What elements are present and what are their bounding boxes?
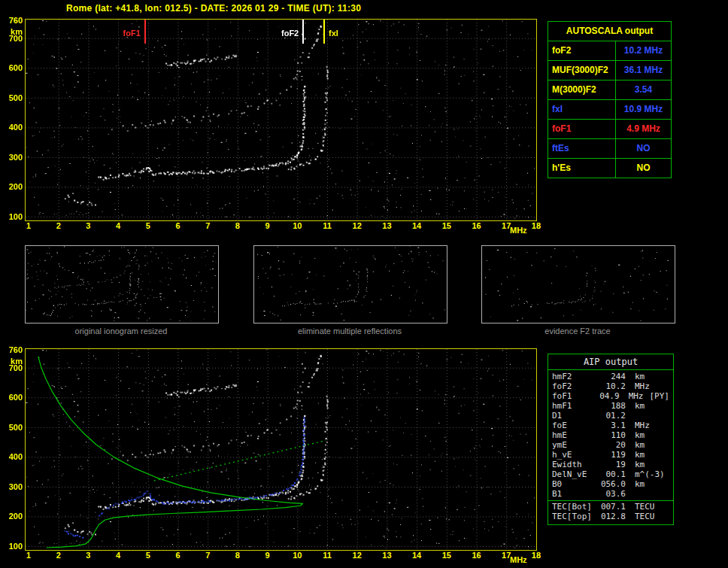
top-ionogram-plot <box>25 19 537 221</box>
y-axis-unit: km <box>2 27 23 36</box>
autoscala-row: fxI10.9 MHz <box>548 100 671 120</box>
autoscala-param: foF2 <box>548 41 616 60</box>
thumbnail-evidence-canvas <box>482 246 673 321</box>
aip-row: B103.6 <box>548 489 673 499</box>
x-tick-label: 8 <box>226 221 249 230</box>
aip-param: foF2 <box>552 381 597 391</box>
y-tick-label: 760 <box>2 16 23 25</box>
aip-param: foF1 <box>552 391 593 401</box>
x-tick-label: 2 <box>47 221 70 230</box>
x-tick-label: 13 <box>375 551 398 560</box>
aip-value: 188 <box>597 401 626 411</box>
aip-param: TEC[Top] <box>552 512 597 521</box>
autoscala-value: 4.9 MHz <box>616 120 671 138</box>
x-tick-label: 11 <box>316 551 338 560</box>
aip-value: 012.8 <box>597 512 626 521</box>
x-tick-label: 12 <box>346 221 369 230</box>
autoscala-row: foF14.9 MHz <box>548 120 671 139</box>
x-tick-label: 13 <box>375 221 398 230</box>
thumbnail-original-ionogram <box>25 245 219 323</box>
x-tick-label: 14 <box>405 221 428 230</box>
x-tick-label: 9 <box>256 551 279 560</box>
x-tick-label: 7 <box>196 221 219 230</box>
aip-param: TEC[Bot] <box>552 502 597 512</box>
x-tick-label: 15 <box>435 221 458 230</box>
aip-unit: TECU <box>635 512 655 521</box>
aip-row: hmF2244km <box>548 372 673 381</box>
aip-tec-rows: TEC[Bot]007.1TECUTEC[Top]012.8TECU <box>548 502 673 521</box>
y-tick-label: 500 <box>2 93 23 102</box>
aip-note: [PY] <box>650 391 670 401</box>
aip-value: 19 <box>597 460 626 469</box>
autoscala-param: h'Es <box>548 159 616 178</box>
x-tick-label: 6 <box>167 221 190 230</box>
bottom-ionogram-plot <box>25 348 537 551</box>
autoscala-value: NO <box>616 159 671 178</box>
aip-param: h_vE <box>552 450 597 460</box>
y-tick-label: 100 <box>2 542 23 551</box>
x-tick-label: 1 <box>17 221 40 230</box>
thumbnail-caption-eliminate: eliminate multiple reflections <box>253 327 446 336</box>
thumbnail-eliminate-canvas <box>254 246 445 321</box>
aip-table-rows: hmF2244kmfoF210.2MHzfoF104.9MHz[PY]hmF11… <box>548 370 673 499</box>
x-tick-label: 10 <box>286 221 308 230</box>
aip-value: 244 <box>597 372 626 381</box>
aip-value: 03.6 <box>597 489 626 499</box>
aip-unit: km <box>635 430 645 440</box>
aip-row: Ewidth19km <box>548 460 673 469</box>
y-axis-unit: km <box>2 357 23 366</box>
thumbnail-caption-evidence: evidence F2 trace <box>481 327 674 336</box>
aip-param: DelN_vE <box>552 469 597 479</box>
station-date-title: Rome (lat: +41.8, lon: 012.5) - DATE: 20… <box>66 3 361 14</box>
autoscala-row: foF210.2 MHz <box>548 41 671 61</box>
x-tick-label: 18 <box>525 551 548 560</box>
y-tick-label: 100 <box>2 212 23 221</box>
aip-param: Ewidth <box>552 460 597 469</box>
marker-line-foF1 <box>144 20 146 44</box>
aip-param: hmF2 <box>552 372 597 381</box>
aip-table-title: AIP output <box>548 354 673 370</box>
aip-table-separator <box>548 500 673 501</box>
y-tick-label: 300 <box>2 482 23 491</box>
aip-unit: TECU <box>635 502 655 512</box>
y-tick-label: 600 <box>2 393 23 402</box>
aip-unit: km <box>635 401 645 411</box>
aip-param: D1 <box>552 411 597 421</box>
marker-label-foF2: foF2 <box>256 29 299 38</box>
x-tick-label: 4 <box>107 221 129 230</box>
bottom-ionogram-canvas <box>26 349 535 548</box>
x-tick-label: 11 <box>316 221 338 230</box>
y-tick-label: 400 <box>2 452 23 461</box>
y-tick-label: 200 <box>2 512 23 521</box>
x-tick-label: 16 <box>466 551 488 560</box>
aip-row: hmF1188km <box>548 401 673 411</box>
x-tick-label: 2 <box>47 551 70 560</box>
x-tick-label: 16 <box>466 221 488 230</box>
aip-row: foE3.1MHz <box>548 421 673 430</box>
x-tick-label: 10 <box>286 551 308 560</box>
autoscala-param: foF1 <box>548 120 616 138</box>
x-tick-label: 3 <box>77 551 99 560</box>
aip-value: 01.2 <box>597 411 626 421</box>
x-tick-label: 3 <box>77 221 99 230</box>
thumbnail-eliminate-reflections <box>253 245 447 323</box>
autoscala-output-table: AUTOSCALA output foF210.2 MHzMUF(3000)F2… <box>548 21 672 178</box>
aip-row: TEC[Top]012.8TECU <box>548 512 673 521</box>
autoscala-param: M(3000)F2 <box>548 80 616 99</box>
autoscala-row: h'EsNO <box>548 159 671 178</box>
aip-unit: MHz <box>635 421 650 430</box>
aip-output-table: AIP output hmF2244kmfoF210.2MHzfoF104.9M… <box>548 354 674 525</box>
y-tick-label: 400 <box>2 123 23 132</box>
aip-value: 04.9 <box>593 391 620 401</box>
aip-unit: MHz <box>629 391 644 401</box>
aip-unit: m^(-3) <box>635 469 665 479</box>
aip-param: hmF1 <box>552 401 597 411</box>
aip-row: hmE110km <box>548 430 673 440</box>
aip-row: foF210.2MHz <box>548 381 673 391</box>
aip-row: ymE20km <box>548 440 673 450</box>
top-ionogram-canvas <box>26 20 535 219</box>
autoscala-row: ftEsNO <box>548 139 671 159</box>
aip-param: B1 <box>552 489 597 499</box>
autoscala-value: 10.9 MHz <box>616 100 671 119</box>
y-tick-label: 300 <box>2 153 23 162</box>
